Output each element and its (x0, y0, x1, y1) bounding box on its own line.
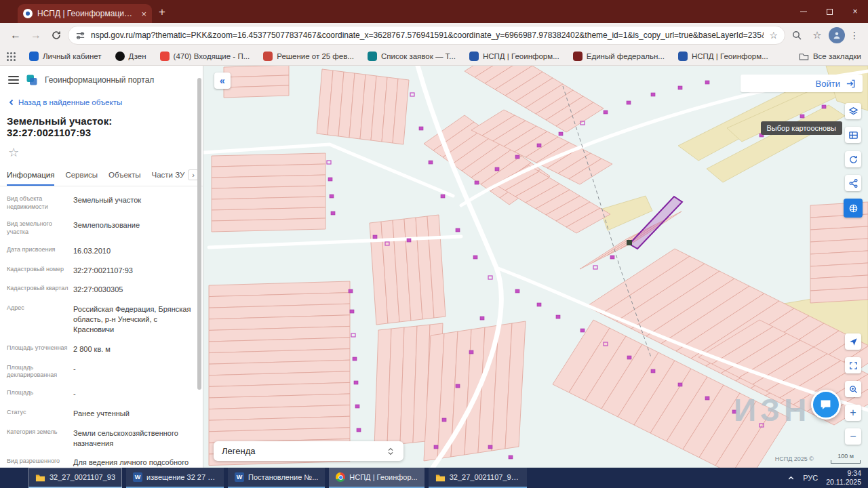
basemap-select-button[interactable] (844, 199, 863, 218)
bookmark-favicon (469, 52, 479, 61)
bookmark-item[interactable]: НСПД | Геоинформ... (678, 52, 768, 61)
zoom-out-button[interactable]: − (845, 428, 861, 445)
taskbar-clock[interactable]: 9:34 20.11.2025 (826, 469, 861, 487)
tab-Информация[interactable]: Информация (7, 168, 54, 186)
zoom-area-button[interactable] (845, 381, 861, 397)
info-tabs-row: ИнформацияСервисыОбъектыЧасти ЗУСост › (0, 168, 203, 186)
field-row: Вид разрешенного использованияДля ведени… (7, 453, 193, 468)
bookmark-favicon (678, 52, 688, 61)
extent-button[interactable] (845, 357, 861, 373)
tab-title: НСПД | Геоинформационный (37, 9, 136, 18)
field-row: Вид объекта недвижимостиЗемельный участо… (7, 190, 193, 216)
cadastre-map-button[interactable] (845, 127, 861, 143)
layers-button[interactable] (845, 103, 861, 119)
taskbar-item[interactable]: Wизвещение 32 27 0... (126, 468, 224, 488)
language-indicator[interactable]: РУС (803, 474, 818, 482)
folder-icon (435, 472, 446, 483)
tab-Части ЗУ[interactable]: Части ЗУ (152, 168, 185, 186)
rotate-view-button[interactable] (845, 151, 861, 167)
favorites-icon[interactable]: ☆ (808, 26, 826, 44)
tray-chevron-icon[interactable] (787, 474, 795, 482)
browser-toolbar: ← → nspd.gov.ru/map?thematic=PKK&zoom=16… (0, 23, 868, 47)
bookmark-favicon (160, 52, 170, 61)
field-value: Для ведения личного подсобного хозяйства (73, 458, 193, 468)
system-tray: РУС 9:34 20.11.2025 (787, 468, 868, 488)
zoom-in-button[interactable]: + (845, 405, 861, 421)
bookmark-item[interactable]: НСПД | Геоинформ... (469, 52, 559, 61)
field-row: Вид земельного участкаЗемлепользование (7, 216, 193, 241)
bookmark-item[interactable]: Решение от 25 фев... (263, 52, 354, 61)
profile-avatar[interactable] (829, 27, 845, 43)
scale-bar: 100 м (830, 453, 861, 464)
bookmark-favicon (29, 52, 39, 61)
window-close-button[interactable]: × (842, 0, 868, 23)
bookmark-label: Дзен (129, 52, 146, 60)
field-value: 16.03.2010 (73, 246, 193, 256)
field-label: Площадь декларированная (7, 364, 69, 380)
browser-tab[interactable]: НСПД | Геоинформационный × (18, 4, 152, 23)
taskbar-item[interactable]: 32_27_0021107_93 (28, 468, 122, 488)
portal-title: Геоинформационный портал (45, 75, 154, 85)
fields: Вид объекта недвижимостиЗемельный участо… (0, 186, 203, 468)
info-tabs: ИнформацияСервисыОбъектыЧасти ЗУСост (7, 168, 186, 186)
site-favicon (23, 9, 33, 18)
field-row: Кадастровый номер32:27:0021107:93 (7, 261, 193, 281)
locate-button[interactable] (845, 333, 861, 350)
refresh-button[interactable] (47, 26, 65, 44)
bookmark-item[interactable]: Личный кабинет (29, 52, 102, 61)
forward-button[interactable]: → (27, 26, 45, 44)
field-label: Категория земель (7, 428, 69, 449)
bookmark-item[interactable]: Дзен (115, 52, 146, 61)
bookmark-star-icon[interactable]: ☆ (769, 30, 778, 41)
tab-Сервисы[interactable]: Сервисы (65, 168, 98, 186)
field-label: Площадь уточненная (7, 344, 69, 354)
collapse-panel-button[interactable]: « (214, 73, 231, 89)
legend-panel[interactable]: Легенда (214, 441, 403, 461)
taskbar-item-label: извещение 32 27 0... (146, 473, 217, 481)
address-bar[interactable]: nspd.gov.ru/map?thematic=PKK&zoom=16.453… (68, 26, 785, 45)
map-attribution: НСПД 2025 © (775, 455, 814, 462)
tray-time: 9:34 (826, 469, 861, 478)
all-bookmarks-button[interactable]: Все закладки (799, 52, 861, 62)
field-value: Российская Федерация, Брянская область, … (73, 304, 193, 335)
search-icon[interactable] (788, 26, 806, 44)
tab-Объекты[interactable]: Объекты (108, 168, 140, 186)
field-row: СтатусРанее учтенный (7, 404, 193, 424)
window-minimize-button[interactable] (791, 0, 816, 23)
field-row: Дата присвоения16.03.2010 (7, 241, 193, 261)
window-maximize-button[interactable] (816, 0, 842, 23)
new-tab-button[interactable]: + (159, 5, 165, 19)
field-label: Площадь (7, 389, 69, 399)
share-button[interactable] (845, 175, 861, 191)
field-label: Кадастровый номер (7, 266, 69, 276)
share-icon (848, 178, 859, 188)
tab-close-icon[interactable]: × (141, 9, 146, 19)
apps-grid-icon[interactable] (7, 52, 16, 61)
field-row: Площадь декларированная- (7, 359, 193, 384)
taskbar-item[interactable]: НСПД | Геоинфор... (329, 468, 424, 488)
field-label: Вид земельного участка (7, 220, 69, 236)
map-area: ИЗН « Войти Выбор картоосновы + − Легенд… (203, 66, 868, 468)
bookmark-item[interactable]: (470) Входящие - П... (160, 52, 250, 61)
menu-button[interactable] (8, 76, 19, 84)
rotate-icon (848, 155, 859, 165)
taskbar-item[interactable]: WПостановление №... (228, 468, 325, 488)
favorite-star-button[interactable]: ☆ (8, 145, 22, 160)
word-icon: W (235, 472, 244, 482)
taskbar-item[interactable]: 32_27_0021107_93... (429, 468, 527, 488)
back-button[interactable]: ← (7, 26, 24, 44)
field-row: АдресРоссийская Федерация, Брянская обла… (7, 300, 193, 340)
back-link[interactable]: Назад в найденные объекты (8, 98, 195, 106)
chat-button[interactable] (811, 390, 841, 420)
field-value: 32:27:0021107:93 (73, 266, 193, 276)
bookmark-item[interactable]: Единый федеральн... (573, 52, 665, 61)
browser-menu-icon[interactable]: ⋮ (848, 30, 861, 41)
login-bar[interactable]: Войти (741, 75, 863, 92)
field-value: - (73, 364, 193, 380)
map-watermark-label: ИЗН (734, 392, 810, 428)
bookmark-favicon (263, 52, 273, 61)
taskbar-item-label: НСПД | Геоинфор... (349, 473, 417, 481)
bookmark-item[interactable]: Список заявок — Т... (368, 52, 456, 61)
chrome-icon (336, 472, 345, 482)
sidebar-scrollbar[interactable] (197, 78, 201, 390)
